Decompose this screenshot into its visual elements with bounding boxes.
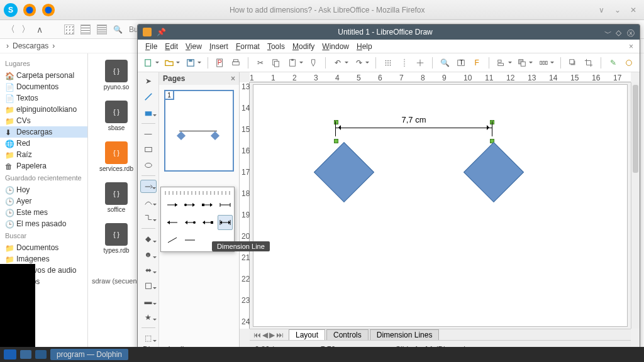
ellipse-tool[interactable] — [140, 158, 157, 172]
flyout-grip[interactable] — [165, 191, 230, 195]
basic-shapes-tool[interactable]: ◆ — [140, 233, 157, 246]
layer-tab[interactable]: Controls — [326, 329, 369, 340]
line-arrow-square-icon[interactable] — [218, 197, 233, 212]
page-thumbnail[interactable]: 1 — [164, 90, 234, 172]
document-close-icon[interactable]: × — [626, 42, 636, 51]
diamond-shape[interactable] — [314, 142, 374, 202]
flowchart-tool[interactable] — [140, 279, 157, 292]
search-icon[interactable]: 🔍 — [113, 25, 123, 34]
distribute-button[interactable] — [536, 56, 550, 70]
glue-points-button[interactable] — [623, 56, 636, 70]
fill-color-tool[interactable] — [140, 106, 157, 119]
insert-text-button[interactable]: T — [454, 56, 468, 70]
zoom-button[interactable]: 🔍 — [438, 56, 452, 70]
prev-tab-icon[interactable]: ◀ — [262, 331, 268, 339]
pages-panel-close-icon[interactable]: × — [231, 74, 235, 83]
line-arrow-circle-icon[interactable] — [200, 197, 215, 212]
stars-tool[interactable]: ★ — [140, 310, 157, 324]
taskbar-entry-dolphin[interactable]: program — Dolphin — [50, 349, 128, 360]
lines-arrows-tool[interactable] — [140, 180, 157, 193]
file-item[interactable]: { }services.rdb — [94, 141, 138, 172]
line-45-icon[interactable] — [165, 233, 180, 248]
close-icon[interactable]: ⓧ — [627, 28, 635, 36]
dolphin-quicklaunch-icon[interactable] — [35, 350, 47, 359]
align-button[interactable] — [494, 56, 508, 70]
sidebar-place-item[interactable]: 📁CVs — [0, 115, 87, 126]
layer-tab[interactable]: Dimension Lines — [370, 329, 440, 340]
page-area[interactable]: 7,7 cm — [253, 85, 627, 326]
line-arrow-start-icon[interactable] — [165, 215, 180, 230]
draw-titlebar[interactable]: 📌 Untitled 1 - LibreOffice Draw ﹀ ◇ ⓧ — [138, 25, 640, 40]
select-tool[interactable]: ➤ — [140, 75, 157, 88]
sidebar-place-item[interactable]: 📁Raíz — [0, 149, 87, 160]
file-item[interactable]: { }pyuno.so — [94, 60, 138, 90]
shadow-button[interactable] — [566, 56, 580, 70]
sidebar-place-item[interactable]: 🏠Carpeta personal — [0, 70, 87, 81]
3d-tool[interactable]: ⬚ — [140, 332, 157, 345]
forward-icon[interactable]: 〉 — [21, 24, 30, 35]
connector-tool[interactable] — [140, 211, 157, 224]
firefox-icon[interactable] — [42, 3, 55, 17]
new-button[interactable] — [142, 56, 155, 70]
compact-view-button[interactable] — [80, 25, 91, 35]
sidebar-recent-item[interactable]: 🕒El mes pasado — [0, 218, 87, 229]
window-controls[interactable]: ∨ ⌄ ✕ — [599, 6, 640, 14]
rect-tool[interactable] — [140, 143, 157, 156]
save-button[interactable] — [184, 56, 197, 70]
sidebar-recent-item[interactable]: 🕒Este mes — [0, 207, 87, 218]
icon-view-button[interactable] — [64, 25, 74, 35]
file-item[interactable]: { }soffice — [94, 182, 138, 213]
sidebar-place-item[interactable]: 📄Documentos — [0, 81, 87, 92]
snap-button[interactable] — [397, 56, 411, 70]
line-square-arrow-icon[interactable] — [200, 215, 215, 230]
first-tab-icon[interactable]: ⏮ — [253, 331, 261, 339]
sidebar-place-item[interactable]: 🗑Papelera — [0, 160, 87, 172]
sidebar-place-item[interactable]: 📄Textos — [0, 92, 87, 104]
menu-help[interactable]: Help — [353, 41, 376, 52]
pin-icon[interactable]: 📌 — [157, 28, 166, 36]
export-pdf-button[interactable]: P — [213, 56, 227, 70]
up-icon[interactable]: ∧ — [36, 25, 43, 35]
menu-view[interactable]: View — [182, 41, 206, 52]
open-button[interactable] — [163, 56, 177, 70]
curve-tool[interactable] — [140, 195, 157, 209]
clone-format-button[interactable] — [307, 56, 321, 70]
maximize-icon[interactable]: ◇ — [616, 28, 623, 36]
minimize-icon[interactable]: ﹀ — [604, 28, 612, 36]
sidebar-place-item[interactable]: 📁elpinguinotolkiano — [0, 104, 87, 115]
menu-modify[interactable]: Modify — [289, 41, 318, 52]
back-icon[interactable]: 〈 — [6, 24, 15, 35]
sidebar-search-item[interactable]: 📁Documentos — [0, 242, 87, 253]
last-tab-icon[interactable]: ⏭ — [276, 331, 284, 339]
file-item[interactable]: { }types.rdb — [94, 223, 138, 254]
edit-points-button[interactable]: ✎ — [606, 56, 620, 70]
diamond-shape[interactable] — [464, 142, 524, 202]
symbol-shapes-tool[interactable]: ☻ — [140, 248, 157, 261]
next-tab-icon[interactable]: ▶ — [269, 331, 275, 339]
show-desktop-icon[interactable] — [20, 350, 31, 359]
cut-button[interactable]: ✂ — [253, 56, 267, 70]
sidebar-place-item[interactable]: ⬇Descargas — [0, 126, 87, 138]
menu-file[interactable]: File — [142, 41, 161, 52]
arrange-button[interactable] — [516, 56, 530, 70]
selection-handle[interactable] — [334, 139, 338, 143]
layer-tab[interactable]: Layout — [289, 329, 325, 340]
vertical-scrollbar[interactable] — [631, 82, 640, 329]
line-circle-arrow-icon[interactable] — [182, 215, 197, 230]
sidebar-search-item[interactable]: 📁Imágenes — [0, 253, 87, 265]
line-tool[interactable]: ― — [140, 128, 157, 141]
menu-format[interactable]: Format — [232, 41, 264, 52]
print-button[interactable] — [229, 56, 243, 70]
redo-button[interactable]: ↷ — [352, 56, 366, 70]
fontwork-button[interactable]: F — [470, 56, 484, 70]
crop-button[interactable] — [582, 56, 596, 70]
guides-button[interactable] — [414, 56, 428, 70]
firefox-icon[interactable] — [23, 3, 36, 17]
copy-button[interactable] — [270, 56, 284, 70]
kde-menu-icon[interactable] — [4, 349, 16, 359]
paste-button[interactable] — [286, 56, 299, 70]
sidebar-recent-item[interactable]: 🕒Ayer — [0, 195, 87, 207]
callout-tool[interactable]: ▬ — [140, 295, 157, 308]
menu-tools[interactable]: Tools — [264, 41, 289, 52]
menu-insert[interactable]: Insert — [206, 41, 232, 52]
